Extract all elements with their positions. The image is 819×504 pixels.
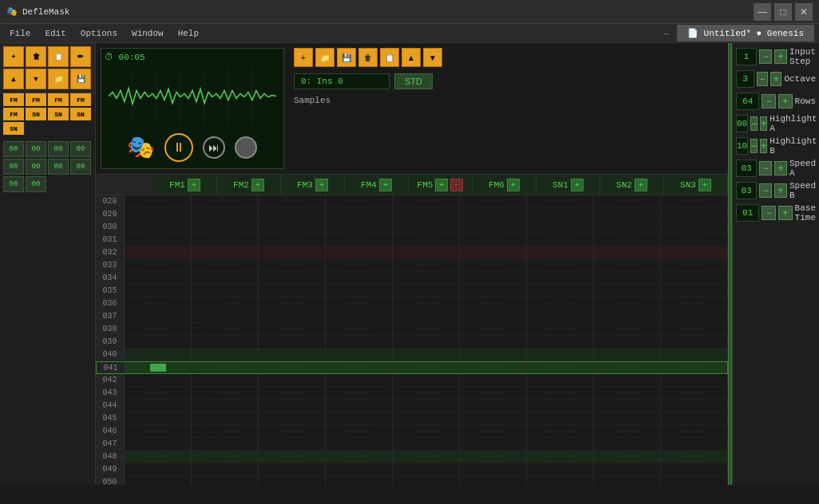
row-cell[interactable]: · · · <box>192 374 259 386</box>
std-button[interactable]: STD <box>394 73 433 89</box>
channel-sn2[interactable]: SN2 + <box>600 175 664 195</box>
row-cell[interactable]: · · · <box>527 412 594 424</box>
down-sample-button[interactable]: ▼ <box>423 48 442 67</box>
row-cell[interactable] <box>125 362 192 373</box>
row-cell[interactable]: · · · <box>326 323 393 335</box>
row-cell[interactable]: · · · <box>259 246 326 258</box>
setting-minus-rows[interactable]: − <box>762 94 776 108</box>
row-cell[interactable]: · · · <box>259 438 326 450</box>
setting-minus-octave[interactable]: − <box>757 72 768 86</box>
row-cell[interactable]: · · · <box>527 246 594 258</box>
pattern-row-039[interactable]: 039· · ·· · ·· · ·· · ·· · ·· · ·· · ·· … <box>96 336 728 348</box>
pattern-row-041[interactable]: 041· · ·· · ·· · ·· · ·· · ·· · ·· · ·· … <box>96 361 728 374</box>
pattern-row-037[interactable]: 037· · ·· · ·· · ·· · ·· · ·· · ·· · ·· … <box>96 310 728 323</box>
row-cell[interactable]: · · · <box>125 374 192 386</box>
row-cell[interactable]: · · · <box>259 234 326 246</box>
menu-edit[interactable]: Edit <box>38 27 72 40</box>
pattern-row-035[interactable]: 035· · ·· · ·· · ·· · ·· · ·· · ·· · ·· … <box>96 285 728 297</box>
copy-instrument-button[interactable]: 📋 <box>48 46 69 67</box>
row-cell[interactable]: · · · <box>125 476 192 485</box>
setting-plus-highlight-b[interactable]: + <box>760 139 767 153</box>
pattern-row-028[interactable]: 028· · ·· · ·· · ·· · ·· · ·· · ·· · ·· … <box>96 195 728 208</box>
channel-fm5[interactable]: FM5 + − <box>409 175 473 195</box>
row-cell[interactable]: · · · <box>527 400 594 411</box>
row-cell[interactable]: · · · <box>393 463 460 475</box>
row-cell[interactable]: · · · <box>594 272 661 284</box>
setting-plus-base-time[interactable]: + <box>778 206 793 220</box>
row-cell[interactable]: · · · <box>125 348 192 360</box>
row-cell[interactable]: · · · <box>326 336 393 348</box>
row-cell[interactable]: · · · <box>259 336 326 348</box>
pattern-row-036[interactable]: 036· · ·· · ·· · ·· · ·· · ·· · ·· · ·· … <box>96 297 728 310</box>
stop-button[interactable] <box>235 136 257 159</box>
channel-fm4[interactable]: FM4 + <box>345 175 409 195</box>
row-cell[interactable]: · · · <box>661 425 728 437</box>
delete-instrument-button[interactable]: 🗑 <box>26 46 46 67</box>
load-sample-button[interactable]: 📁 <box>315 48 334 67</box>
row-cell[interactable]: · · · <box>460 297 527 309</box>
row-cell[interactable]: · · · <box>326 476 393 485</box>
row-cell[interactable]: · · · <box>661 195 728 207</box>
row-cell[interactable]: · · · <box>125 425 192 437</box>
row-cell[interactable]: · · · <box>527 425 594 437</box>
row-cell[interactable]: · · · <box>594 451 661 463</box>
row-cell[interactable]: · · · <box>192 234 259 246</box>
row-cell[interactable]: · · · <box>125 400 192 411</box>
row-cell[interactable]: · · · <box>259 348 326 360</box>
row-cell[interactable]: · · · <box>661 234 728 246</box>
load-instrument-button[interactable]: 📁 <box>48 69 69 89</box>
row-cell[interactable]: · · · <box>259 310 326 322</box>
row-cell[interactable]: · · · <box>259 400 326 411</box>
row-cell[interactable]: · · · <box>393 387 460 399</box>
pattern-row-030[interactable]: 030· · ·· · ·· · ·· · ·· · ·· · ·· · ·· … <box>96 221 728 234</box>
row-cell[interactable]: · · · <box>326 246 393 258</box>
row-cell[interactable]: · · · <box>192 336 259 348</box>
row-cell[interactable]: · · · <box>393 400 460 411</box>
setting-plus-speed-a[interactable]: + <box>774 161 787 175</box>
ch-fm2-add[interactable]: + <box>251 179 264 191</box>
row-cell[interactable]: · · · <box>192 259 259 271</box>
row-cell[interactable]: · · · <box>326 208 393 220</box>
row-cell[interactable]: · · · <box>594 259 661 271</box>
row-cell[interactable]: · · · <box>125 463 192 475</box>
edit-instrument-button[interactable]: ✏ <box>70 46 91 67</box>
row-cell[interactable]: · · · <box>326 412 393 424</box>
row-cell[interactable]: · · · <box>326 234 393 246</box>
row-cell[interactable]: · · · <box>125 221 192 233</box>
channel-fm6[interactable]: FM6 + <box>473 175 536 195</box>
row-cell[interactable]: · · · <box>125 234 192 246</box>
row-cell[interactable]: · · · <box>594 476 661 485</box>
row-cell[interactable]: · · · <box>192 323 259 335</box>
row-cell[interactable]: · · · <box>192 208 259 220</box>
setting-plus-speed-b[interactable]: + <box>774 183 787 198</box>
row-cell[interactable]: · · · <box>594 425 661 437</box>
row-cell[interactable]: · · · <box>192 310 259 322</box>
inst-slot-09[interactable]: 00 <box>26 176 46 192</box>
row-cell[interactable]: · · · <box>460 336 527 348</box>
row-cell[interactable]: · · · <box>460 246 527 258</box>
pattern-row-043[interactable]: 043· · ·· · ·· · ·· · ·· · ·· · ·· · ·· … <box>96 387 728 400</box>
inst-slot-06[interactable]: 00 <box>48 159 69 175</box>
row-cell[interactable]: · · · <box>192 297 259 309</box>
row-cell[interactable]: · · · <box>125 195 192 207</box>
row-cell[interactable]: · · · <box>527 285 594 297</box>
row-cell[interactable]: · · · <box>125 387 192 399</box>
row-cell[interactable]: · · · <box>192 285 259 297</box>
row-cell[interactable]: · · · <box>661 476 728 485</box>
setting-plus-octave[interactable]: + <box>770 72 781 86</box>
row-cell[interactable]: · · · <box>527 463 594 475</box>
row-cell[interactable]: · · · <box>594 221 661 233</box>
pattern-row-049[interactable]: 049· · ·· · ·· · ·· · ·· · ·· · ·· · ·· … <box>96 463 728 476</box>
row-cell[interactable]: · · · <box>393 438 460 450</box>
channel-fm1[interactable]: FM1 + <box>153 175 217 195</box>
row-cell[interactable]: · · · <box>527 387 594 399</box>
up-sample-button[interactable]: ▲ <box>402 48 421 67</box>
row-cell[interactable]: · · · <box>661 310 728 322</box>
row-cell[interactable]: · · · <box>527 195 594 207</box>
row-cell[interactable]: · · · <box>125 285 192 297</box>
pattern-row-047[interactable]: 047· · ·· · ·· · ·· · ·· · ·· · ·· · ·· … <box>96 438 728 451</box>
menu-file[interactable]: File <box>3 27 37 40</box>
row-cell[interactable]: · · · <box>259 221 326 233</box>
row-cell[interactable]: · · · <box>594 285 661 297</box>
row-cell[interactable]: · · · <box>594 348 661 360</box>
